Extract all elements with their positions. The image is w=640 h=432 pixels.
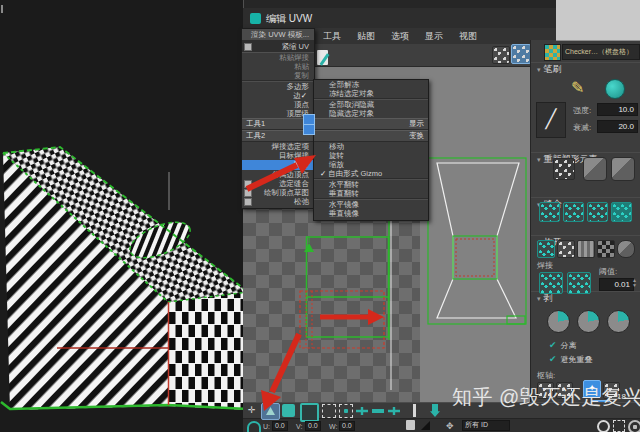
- screenshot-root: 编辑 UVW 工具贴图选项显示视图 UV Checker…（棋盘格）: [0, 0, 640, 432]
- watermark: 知乎 @毁灭还是复兴: [452, 384, 640, 411]
- annotation-arrows: [0, 0, 640, 432]
